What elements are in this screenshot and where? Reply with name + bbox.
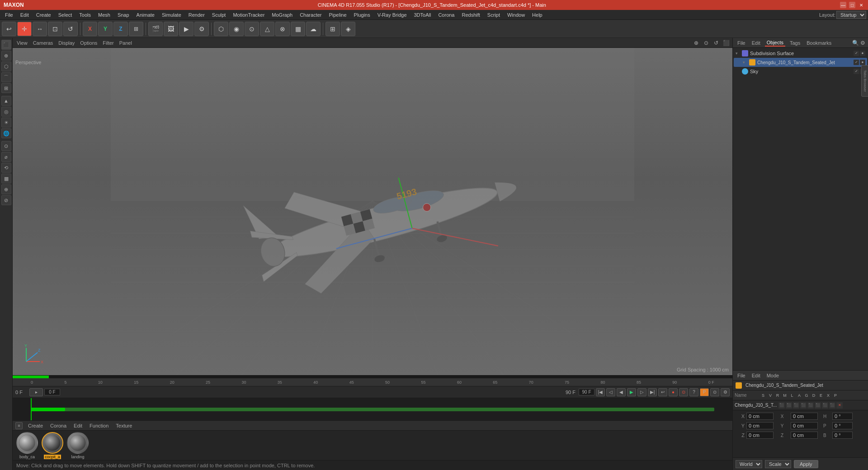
am-z-pos[interactable] bbox=[746, 432, 774, 439]
vp-move-icon[interactable]: ⊕ bbox=[693, 39, 700, 47]
material-cocpit-a[interactable]: cocpit_a bbox=[42, 432, 63, 459]
menu-edit[interactable]: Edit bbox=[17, 11, 32, 19]
menu-motion-tracker[interactable]: MotionTracker bbox=[230, 11, 268, 19]
menu-window[interactable]: Window bbox=[504, 11, 528, 19]
display-cube[interactable]: ⬡ bbox=[214, 22, 228, 36]
go-to-start-button[interactable]: |◀ bbox=[596, 388, 605, 396]
close-button[interactable]: ✕ bbox=[858, 2, 864, 8]
frame-end-input[interactable] bbox=[579, 389, 594, 395]
menu-redshift[interactable]: Redshift bbox=[458, 11, 483, 19]
menu-render[interactable]: Render bbox=[185, 11, 208, 19]
mat-menu-corona[interactable]: Corona bbox=[48, 423, 68, 429]
am-p-rot[interactable] bbox=[832, 422, 853, 429]
display-cone[interactable]: △ bbox=[260, 22, 274, 36]
object-mode[interactable]: ◈ bbox=[341, 22, 355, 36]
om-tab-file[interactable]: File bbox=[736, 40, 747, 46]
tool-model[interactable]: ⬛ bbox=[1, 40, 11, 50]
axis-z[interactable]: Z bbox=[113, 22, 128, 36]
record-button[interactable]: ● bbox=[669, 388, 678, 396]
frame-input-btn[interactable]: ▸ bbox=[29, 388, 43, 396]
menu-vray[interactable]: V-Ray Bridge bbox=[374, 11, 410, 19]
am-x-pos[interactable] bbox=[746, 413, 774, 420]
play-button[interactable]: ▶ bbox=[627, 388, 636, 396]
render-region[interactable]: 🎬 bbox=[148, 22, 163, 36]
am-tab-file[interactable]: File bbox=[736, 372, 747, 379]
mode-rotate[interactable]: ↺ bbox=[63, 22, 78, 36]
am-x-size[interactable] bbox=[791, 413, 818, 420]
go-to-end-button[interactable]: ▶| bbox=[648, 388, 657, 396]
display-plane[interactable]: ▦ bbox=[291, 22, 305, 36]
mode-move[interactable]: ↔ bbox=[33, 22, 47, 36]
am-y-pos[interactable] bbox=[746, 422, 774, 429]
timeline-tracks[interactable] bbox=[13, 398, 732, 420]
tool-clone[interactable]: ⟲ bbox=[1, 163, 11, 173]
menu-corona[interactable]: Corona bbox=[435, 11, 458, 19]
tool-null[interactable]: ⊕ bbox=[1, 51, 11, 61]
am-h-rot[interactable] bbox=[832, 413, 853, 420]
auto-key-button[interactable]: ⊙ bbox=[679, 388, 688, 396]
tool-polygon[interactable]: ⬡ bbox=[1, 61, 11, 71]
step-back-button[interactable]: ◁ bbox=[606, 388, 615, 396]
om-tab-tags[interactable]: Tags bbox=[788, 40, 802, 46]
material-landing[interactable]: landing bbox=[67, 432, 89, 459]
display-sky[interactable]: ☁ bbox=[306, 22, 321, 36]
menu-script[interactable]: Script bbox=[484, 11, 503, 19]
om-tab-objects[interactable]: Objects bbox=[765, 39, 785, 47]
am-y-size[interactable] bbox=[791, 422, 818, 429]
layout-select[interactable]: Startup bbox=[836, 11, 866, 19]
tool-material[interactable]: ⊙ bbox=[1, 141, 11, 151]
step-forward-button[interactable]: ▷ bbox=[637, 388, 646, 396]
mode-scale[interactable]: ⊡ bbox=[48, 22, 62, 36]
menu-plugins[interactable]: Plugins bbox=[351, 11, 373, 19]
undo-button[interactable]: ↩ bbox=[2, 22, 16, 36]
tool-generator[interactable]: ⊞ bbox=[1, 83, 11, 93]
menu-tools[interactable]: Tools bbox=[76, 11, 94, 19]
render-settings[interactable]: ⚙ bbox=[194, 22, 209, 36]
om-tab-edit[interactable]: Edit bbox=[750, 40, 762, 46]
axis-x[interactable]: X bbox=[83, 22, 97, 36]
coord-mode-scale[interactable]: Scale bbox=[765, 460, 791, 468]
loop-button[interactable]: ↩ bbox=[658, 388, 667, 396]
maximize-button[interactable]: □ bbox=[849, 2, 855, 8]
vp-menu-filter[interactable]: Filter bbox=[101, 40, 115, 46]
tool-sketch[interactable]: ⊕ bbox=[1, 184, 11, 194]
axis-y[interactable]: Y bbox=[98, 22, 113, 36]
menu-mograph[interactable]: MoGraph bbox=[269, 11, 296, 19]
menu-mesh[interactable]: Mesh bbox=[95, 11, 113, 19]
menu-file[interactable]: File bbox=[2, 11, 16, 19]
mat-menu-texture[interactable]: Texture bbox=[114, 423, 134, 429]
side-tab-browser[interactable]: Tabs Browser bbox=[861, 65, 868, 97]
mode-select[interactable]: ✛ bbox=[17, 22, 32, 36]
display-sphere[interactable]: ◉ bbox=[229, 22, 244, 36]
tool-spline[interactable]: ⌒ bbox=[1, 72, 11, 82]
om-icon-2[interactable]: ⚙ bbox=[860, 40, 865, 46]
frame-input[interactable] bbox=[44, 389, 60, 395]
material-body-ca[interactable]: body_ca bbox=[16, 432, 38, 459]
playback-mode-btn[interactable]: ⊙ bbox=[710, 388, 719, 396]
menu-animate[interactable]: Animate bbox=[133, 11, 158, 19]
mat-menu-edit[interactable]: Edit bbox=[72, 423, 84, 429]
menu-select[interactable]: Select bbox=[55, 11, 75, 19]
menu-create[interactable]: Create bbox=[33, 11, 54, 19]
om-expand-subdivision[interactable]: ▾ bbox=[736, 51, 740, 56]
menu-sculpt[interactable]: Sculpt bbox=[209, 11, 229, 19]
tool-dynamics[interactable]: ⊘ bbox=[1, 195, 11, 205]
tool-camera[interactable]: ◎ bbox=[1, 107, 11, 117]
om-expand-jet[interactable]: ▾ bbox=[743, 60, 747, 65]
om-item-jet[interactable]: ▾ Chengdu_J10_S_Tandem_Seated_Jet ✓ ● bbox=[734, 58, 867, 67]
am-tab-edit[interactable]: Edit bbox=[750, 372, 762, 379]
mat-menu-function[interactable]: Function bbox=[88, 423, 110, 429]
window-controls[interactable]: — □ ✕ bbox=[840, 2, 864, 8]
play-reverse-button[interactable]: ◀ bbox=[617, 388, 626, 396]
vp-zoom-icon[interactable]: ⊙ bbox=[703, 39, 710, 47]
menu-snap[interactable]: Snap bbox=[114, 11, 132, 19]
menu-pipeline[interactable]: Pipeline bbox=[326, 11, 349, 19]
pos-key-button[interactable]: P bbox=[700, 388, 709, 396]
coord-mode-world[interactable]: World bbox=[736, 460, 762, 468]
menu-help[interactable]: Help bbox=[529, 11, 546, 19]
apply-button[interactable]: Apply bbox=[794, 460, 818, 468]
menu-3dtoall[interactable]: 3DToAll bbox=[411, 11, 434, 19]
am-z-size[interactable] bbox=[791, 432, 818, 439]
display-cylinder[interactable]: ⊙ bbox=[245, 22, 259, 36]
tool-hair[interactable]: ▦ bbox=[1, 174, 11, 183]
